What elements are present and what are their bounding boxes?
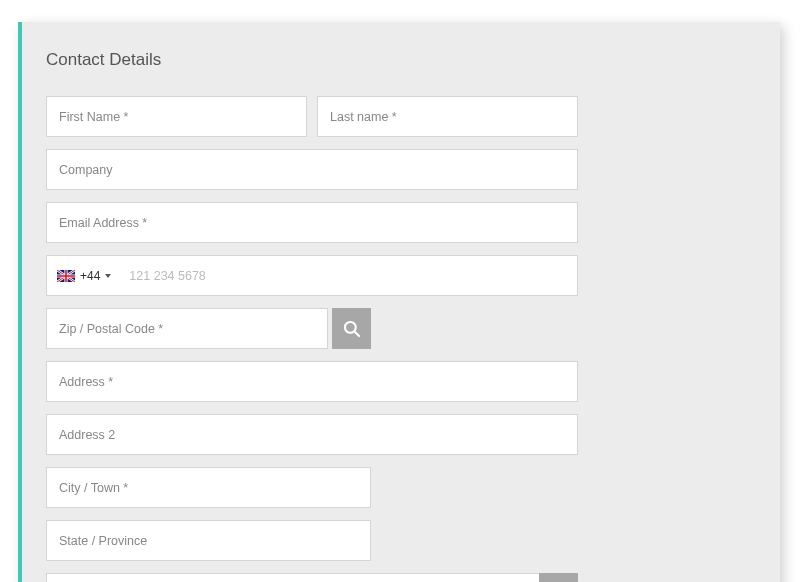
company-field[interactable] [46, 149, 578, 190]
address1-row [46, 361, 578, 402]
email-row [46, 202, 578, 243]
phone-country-code: +44 [80, 269, 100, 283]
zip-row [46, 308, 371, 349]
country-dropdown-button[interactable] [539, 573, 578, 582]
state-row [46, 520, 371, 561]
panel-title: Contact Details [46, 50, 756, 70]
country-row: United Kingdom [46, 573, 578, 582]
search-icon [342, 319, 362, 339]
address2-row [46, 414, 578, 455]
last-name-field[interactable] [317, 96, 578, 137]
chevron-down-icon [105, 274, 111, 278]
phone-country-selector[interactable]: +44 [47, 256, 121, 295]
city-row [46, 467, 371, 508]
phone-number-field[interactable] [121, 256, 577, 295]
name-row [46, 96, 578, 137]
zip-field[interactable] [46, 308, 328, 349]
phone-row: +44 [46, 255, 578, 296]
first-name-field[interactable] [46, 96, 307, 137]
svg-line-2 [354, 331, 359, 336]
email-field[interactable] [46, 202, 578, 243]
city-field[interactable] [46, 467, 371, 508]
contact-details-panel: Contact Details +44 [18, 22, 780, 582]
state-field[interactable] [46, 520, 371, 561]
zip-search-button[interactable] [332, 308, 371, 349]
company-row [46, 149, 578, 190]
address1-field[interactable] [46, 361, 578, 402]
uk-flag-icon [57, 270, 75, 282]
phone-box: +44 [46, 255, 578, 296]
address2-field[interactable] [46, 414, 578, 455]
country-select[interactable]: United Kingdom [46, 573, 578, 582]
